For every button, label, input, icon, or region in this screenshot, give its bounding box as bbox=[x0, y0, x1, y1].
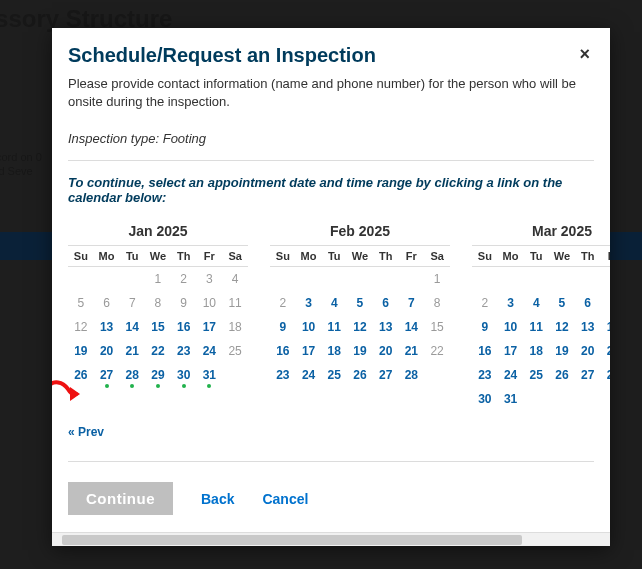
calendar-day-link[interactable]: 25 bbox=[321, 363, 347, 387]
calendar-day-link[interactable]: 20 bbox=[575, 339, 601, 363]
calendar-day-link[interactable]: 28 bbox=[399, 363, 425, 387]
calendar-day-link[interactable]: 4 bbox=[523, 291, 549, 315]
calendar-day-link[interactable]: 20 bbox=[373, 339, 399, 363]
cancel-button[interactable]: Cancel bbox=[262, 491, 308, 507]
calendar-day-link[interactable]: 23 bbox=[472, 363, 498, 387]
calendar-dow-header: Sa bbox=[222, 246, 248, 267]
calendar-day-link[interactable]: 22 bbox=[145, 339, 171, 363]
modal-title: Schedule/Request an Inspection bbox=[68, 44, 575, 67]
calendar-day-disabled: 2 bbox=[472, 291, 498, 315]
calendar-day-link[interactable]: 21 bbox=[119, 339, 145, 363]
calendar-day-disabled: 18 bbox=[222, 315, 248, 339]
calendar-day-link[interactable]: 14 bbox=[399, 315, 425, 339]
calendar-dow-header: We bbox=[347, 246, 373, 267]
calendar-day-link[interactable]: 27 bbox=[575, 363, 601, 387]
calendar-day-disabled: 3 bbox=[197, 267, 223, 292]
calendar-day-link[interactable]: 10 bbox=[498, 315, 524, 339]
calendar-day-link[interactable]: 27 bbox=[373, 363, 399, 387]
calendar-day-link[interactable]: 10 bbox=[296, 315, 322, 339]
calendar-day-link[interactable]: 23 bbox=[270, 363, 296, 387]
calendar-day-link[interactable]: 18 bbox=[523, 339, 549, 363]
calendar-day-link[interactable]: 13 bbox=[575, 315, 601, 339]
calendar-day-link[interactable]: 26 bbox=[68, 363, 94, 387]
schedule-inspection-modal: Schedule/Request an Inspection × Please … bbox=[52, 28, 610, 546]
calendar-day-link[interactable]: 14 bbox=[601, 315, 610, 339]
calendar-day-link[interactable]: 9 bbox=[472, 315, 498, 339]
modal-lead-text: Please provide contact information (name… bbox=[68, 75, 594, 111]
calendar-day-link[interactable]: 28 bbox=[119, 363, 145, 387]
calendar-day-link[interactable]: 30 bbox=[472, 387, 498, 411]
calendar-day-link[interactable]: 25 bbox=[523, 363, 549, 387]
calendar-day-link[interactable]: 5 bbox=[347, 291, 373, 315]
calendar-day-empty bbox=[94, 267, 120, 292]
calendar-day-link[interactable]: 15 bbox=[145, 315, 171, 339]
calendar-day-link[interactable]: 13 bbox=[373, 315, 399, 339]
calendar-day-link[interactable]: 4 bbox=[321, 291, 347, 315]
calendar-day-disabled: 15 bbox=[424, 315, 450, 339]
prev-link[interactable]: « Prev bbox=[68, 425, 104, 439]
calendar-day-link[interactable]: 16 bbox=[270, 339, 296, 363]
calendar-day-link[interactable]: 26 bbox=[549, 363, 575, 387]
calendar-day-link[interactable]: 31 bbox=[197, 363, 223, 387]
scrollbar-thumb[interactable] bbox=[62, 535, 522, 545]
calendar-day-link[interactable]: 3 bbox=[498, 291, 524, 315]
calendar-day-link[interactable]: 30 bbox=[171, 363, 197, 387]
calendar-day-link[interactable]: 11 bbox=[321, 315, 347, 339]
calendar-day-link[interactable]: 6 bbox=[373, 291, 399, 315]
calendar-day-link[interactable]: 3 bbox=[296, 291, 322, 315]
calendar-day-link[interactable]: 13 bbox=[94, 315, 120, 339]
calendar-day-link[interactable]: 19 bbox=[549, 339, 575, 363]
calendar-day-link[interactable]: 17 bbox=[498, 339, 524, 363]
modal-body: Please provide contact information (name… bbox=[52, 67, 610, 532]
continue-button[interactable]: Continue bbox=[68, 482, 173, 515]
calendar-day-empty bbox=[575, 387, 601, 411]
calendar-day-link[interactable]: 20 bbox=[94, 339, 120, 363]
calendar-day-link[interactable]: 19 bbox=[68, 339, 94, 363]
calendar-day-empty bbox=[270, 267, 296, 292]
calendar-day-link[interactable]: 28 bbox=[601, 363, 610, 387]
calendar-day-link[interactable]: 21 bbox=[601, 339, 610, 363]
calendar-day-link[interactable]: 16 bbox=[171, 315, 197, 339]
calendar-day-link[interactable]: 11 bbox=[523, 315, 549, 339]
calendar-day-empty bbox=[523, 267, 549, 292]
calendar-day-link[interactable]: 21 bbox=[399, 339, 425, 363]
calendar-dow-header: Su bbox=[68, 246, 94, 267]
calendar-day-link[interactable]: 9 bbox=[270, 315, 296, 339]
calendar-month: Feb 2025SuMoTuWeThFrSa123456789101112131… bbox=[270, 223, 450, 411]
calendar-day-link[interactable]: 17 bbox=[197, 315, 223, 339]
calendar-day-link[interactable]: 23 bbox=[171, 339, 197, 363]
calendar-day-link[interactable]: 26 bbox=[347, 363, 373, 387]
close-icon[interactable]: × bbox=[575, 44, 594, 65]
calendar-day-link[interactable]: 18 bbox=[321, 339, 347, 363]
calendar-day-link[interactable]: 7 bbox=[601, 291, 610, 315]
calendar-day-empty bbox=[575, 267, 601, 292]
calendar-day-link[interactable]: 24 bbox=[498, 363, 524, 387]
inspection-type-label: Inspection type: bbox=[68, 131, 159, 146]
calendar-day-link[interactable]: 12 bbox=[347, 315, 373, 339]
calendar-day-disabled: 7 bbox=[119, 291, 145, 315]
calendar-day-link[interactable]: 27 bbox=[94, 363, 120, 387]
calendar-day-link[interactable]: 24 bbox=[197, 339, 223, 363]
horizontal-scrollbar[interactable] bbox=[52, 532, 610, 546]
calendar-day-empty bbox=[119, 267, 145, 292]
back-button[interactable]: Back bbox=[201, 491, 234, 507]
calendar-dow-header: Mo bbox=[296, 246, 322, 267]
calendar-day-empty bbox=[373, 267, 399, 292]
calendar-day-link[interactable]: 7 bbox=[399, 291, 425, 315]
calendar-day-link[interactable]: 12 bbox=[549, 315, 575, 339]
calendar-day-link[interactable]: 17 bbox=[296, 339, 322, 363]
calendar-day-link[interactable]: 14 bbox=[119, 315, 145, 339]
calendar-day-link[interactable]: 16 bbox=[472, 339, 498, 363]
calendar-row: Jan 2025SuMoTuWeThFrSa123456789101112131… bbox=[68, 223, 610, 411]
calendar-day-link[interactable]: 24 bbox=[296, 363, 322, 387]
calendar-day-link[interactable]: 6 bbox=[575, 291, 601, 315]
calendar-day-link[interactable]: 29 bbox=[145, 363, 171, 387]
calendar-day-empty bbox=[601, 267, 610, 292]
calendar-day-link[interactable]: 31 bbox=[498, 387, 524, 411]
calendar-day-disabled: 2 bbox=[171, 267, 197, 292]
calendar-month-title: Jan 2025 bbox=[68, 223, 248, 239]
calendar-day-link[interactable]: 19 bbox=[347, 339, 373, 363]
calendar-dow-header: Tu bbox=[523, 246, 549, 267]
calendar-day-link[interactable]: 5 bbox=[549, 291, 575, 315]
calendar-grid: SuMoTuWeThFrSa12345678910111213141516171… bbox=[270, 245, 450, 387]
